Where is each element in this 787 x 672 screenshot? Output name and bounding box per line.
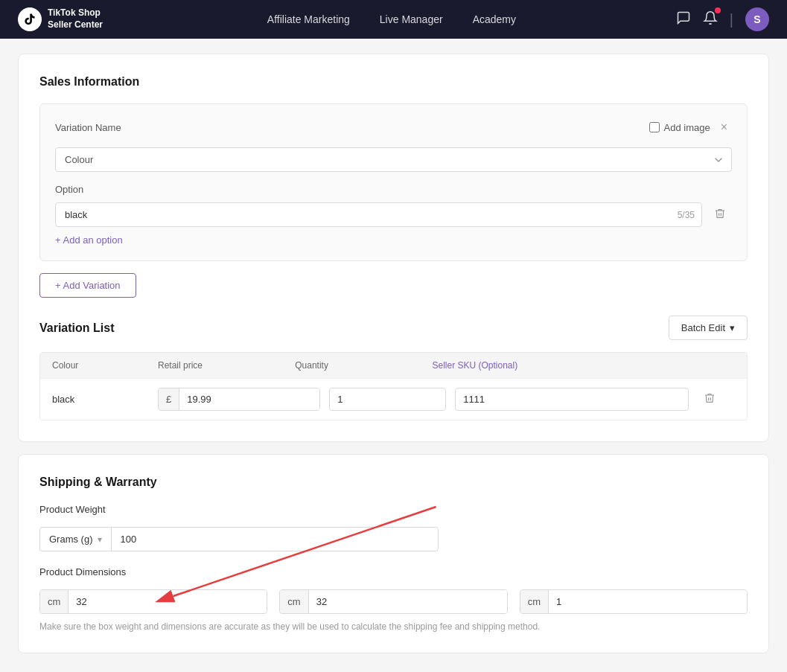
add-image-area: Add image ×	[649, 119, 733, 135]
nav-affiliate-marketing[interactable]: Affiliate Marketing	[267, 13, 350, 25]
variation-header: Variation Name Add image ×	[55, 119, 732, 135]
price-input[interactable]	[179, 388, 319, 410]
brand-text: TikTok Shop Seller Center	[48, 7, 103, 31]
col-actions	[698, 360, 735, 371]
quantity-input[interactable]	[329, 388, 446, 411]
option-input-wrapper: 5/35	[55, 202, 702, 227]
variation-table: Colour Retail price Quantity Seller SKU …	[39, 352, 748, 420]
shipping-card: Shipping & Warranty Product Weight Grams…	[18, 454, 769, 653]
batch-edit-button[interactable]: Batch Edit ▾	[669, 316, 748, 340]
navbar-actions: | S	[676, 7, 769, 31]
dim-2-prefix: cm	[280, 590, 308, 613]
delete-row-button[interactable]	[698, 389, 721, 410]
col-retail-price: Retail price	[158, 360, 286, 371]
dim-3-prefix: cm	[520, 590, 549, 613]
arrow-annotation	[19, 499, 768, 663]
shipping-title: Shipping & Warranty	[39, 476, 748, 489]
add-image-checkbox[interactable]	[649, 122, 660, 132]
char-count: 5/35	[678, 210, 695, 220]
batch-edit-chevron-icon: ▾	[730, 322, 735, 333]
dim-2-input[interactable]	[309, 590, 507, 613]
dim-1-wrapper: cm	[39, 589, 267, 614]
table-row: black £	[40, 378, 747, 420]
add-variation-label: + Add Variation	[55, 280, 121, 291]
dim-2-wrapper: cm	[279, 589, 507, 614]
weight-unit-select[interactable]: Grams (g) ▾	[39, 527, 111, 551]
delete-option-button[interactable]	[708, 205, 732, 225]
navbar: TikTok Shop Seller Center Affiliate Mark…	[0, 0, 787, 39]
notifications-icon[interactable]	[703, 10, 718, 29]
option-input[interactable]	[55, 202, 702, 227]
main-content: Sales Information Variation Name Add ima…	[0, 39, 787, 668]
sales-info-title: Sales Information	[39, 75, 748, 89]
add-image-checkbox-label[interactable]: Add image	[649, 122, 710, 133]
variation-list-title: Variation List	[39, 321, 114, 335]
variation-block: Variation Name Add image × Colour Option…	[39, 103, 748, 261]
separator-icon: |	[730, 11, 733, 28]
col-colour: Colour	[52, 360, 149, 371]
dim-3-input[interactable]	[549, 590, 747, 613]
svg-line-1	[173, 507, 436, 596]
weight-unit-text: Grams (g)	[49, 534, 93, 545]
cell-sku	[455, 388, 689, 411]
dim-1-prefix: cm	[40, 590, 68, 613]
variation-name-label: Variation Name	[55, 122, 121, 133]
price-input-wrapper: £	[158, 388, 320, 411]
col-sku: Seller SKU (Optional)	[433, 360, 689, 371]
avatar[interactable]: S	[745, 7, 769, 31]
cell-price: £	[158, 388, 320, 411]
sku-input[interactable]	[455, 388, 689, 411]
price-prefix: £	[159, 388, 179, 410]
messages-icon[interactable]	[676, 10, 691, 29]
option-row: 5/35	[55, 202, 732, 227]
weight-row: Grams (g) ▾	[39, 527, 748, 551]
dimensions-helper-text: Make sure the box weight and dimensions …	[39, 621, 748, 632]
dim-1-input[interactable]	[68, 590, 267, 613]
add-variation-button[interactable]: + Add Variation	[39, 273, 136, 298]
add-option-button[interactable]: + Add an option	[55, 234, 123, 246]
option-label: Option	[55, 184, 732, 195]
nav-academy[interactable]: Academy	[473, 13, 516, 25]
tiktok-logo	[18, 7, 42, 31]
batch-edit-label: Batch Edit	[681, 322, 725, 333]
dimensions-label: Product Dimensions	[39, 566, 748, 577]
weight-label: Product Weight	[39, 504, 748, 515]
variation-list-header: Variation List Batch Edit ▾	[39, 316, 748, 340]
cell-colour: black	[52, 394, 149, 405]
notification-badge	[715, 7, 721, 13]
table-header: Colour Retail price Quantity Seller SKU …	[40, 353, 747, 378]
dim-3-wrapper: cm	[520, 589, 748, 614]
add-image-text: Add image	[664, 122, 710, 133]
weight-unit-chevron: ▾	[98, 534, 102, 545]
sales-information-card: Sales Information Variation Name Add ima…	[18, 54, 769, 442]
dimensions-row: cm cm cm	[39, 589, 748, 614]
col-quantity: Quantity	[295, 360, 423, 371]
close-variation-button[interactable]: ×	[716, 119, 732, 135]
nav-live-manager[interactable]: Live Manager	[380, 13, 443, 25]
brand: TikTok Shop Seller Center	[18, 7, 107, 31]
variation-name-select[interactable]: Colour	[55, 147, 732, 172]
cell-quantity	[329, 388, 446, 411]
cell-row-delete	[698, 389, 735, 410]
navbar-links: Affiliate Marketing Live Manager Academy	[137, 13, 646, 25]
weight-input[interactable]	[111, 527, 439, 551]
